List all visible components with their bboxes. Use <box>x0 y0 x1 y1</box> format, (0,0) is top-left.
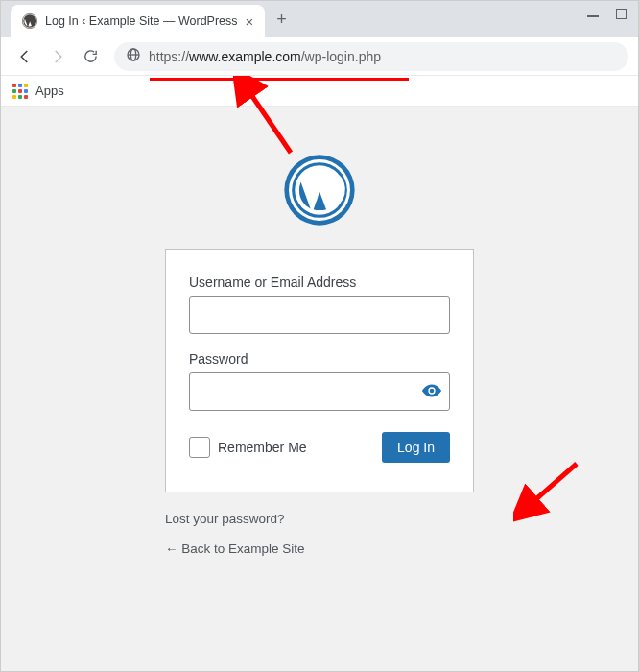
url-host: www.example.com <box>189 49 301 64</box>
url-path: /wp-login.php <box>301 49 381 64</box>
address-bar[interactable]: https://www.example.com/wp-login.php <box>114 42 628 71</box>
window-maximize-icon[interactable] <box>616 9 627 19</box>
password-label: Password <box>189 351 450 367</box>
reload-button[interactable] <box>76 42 105 71</box>
password-input[interactable] <box>189 372 450 411</box>
tab-title: Log In ‹ Example Site — WordPress <box>45 14 238 28</box>
apps-icon[interactable] <box>12 84 28 99</box>
back-button[interactable] <box>11 42 39 71</box>
url-scheme: https:// <box>149 49 189 64</box>
wordpress-favicon <box>22 13 37 29</box>
window-controls <box>587 9 627 19</box>
login-form: Username or Email Address Password Remem… <box>165 249 474 492</box>
remember-me-checkbox[interactable] <box>189 437 210 458</box>
tab-close-icon[interactable]: × <box>246 13 254 30</box>
show-password-icon[interactable] <box>421 380 442 405</box>
wordpress-login-page: Username or Email Address Password Remem… <box>1 107 638 672</box>
new-tab-button[interactable]: + <box>276 10 287 30</box>
wordpress-logo <box>282 153 357 228</box>
annotation-underline <box>150 78 409 81</box>
username-label: Username or Email Address <box>189 275 450 290</box>
lost-password-link[interactable]: Lost your password? <box>165 512 474 526</box>
back-to-site-link[interactable]: ← Back to Example Site <box>165 541 474 556</box>
tab-bar: Log In ‹ Example Site — WordPress × + <box>1 1 638 37</box>
window-minimize-icon[interactable] <box>587 15 599 17</box>
browser-chrome: Log In ‹ Example Site — WordPress × + ht… <box>1 1 638 107</box>
browser-toolbar: https://www.example.com/wp-login.php <box>1 37 638 76</box>
site-info-icon[interactable] <box>126 47 141 66</box>
browser-tab[interactable]: Log In ‹ Example Site — WordPress × <box>11 5 265 37</box>
remember-me-label: Remember Me <box>218 440 307 455</box>
apps-label[interactable]: Apps <box>36 84 64 98</box>
username-input[interactable] <box>189 296 450 334</box>
forward-button[interactable] <box>43 42 72 71</box>
url-text: https://www.example.com/wp-login.php <box>149 49 381 64</box>
login-button[interactable]: Log In <box>382 432 450 463</box>
